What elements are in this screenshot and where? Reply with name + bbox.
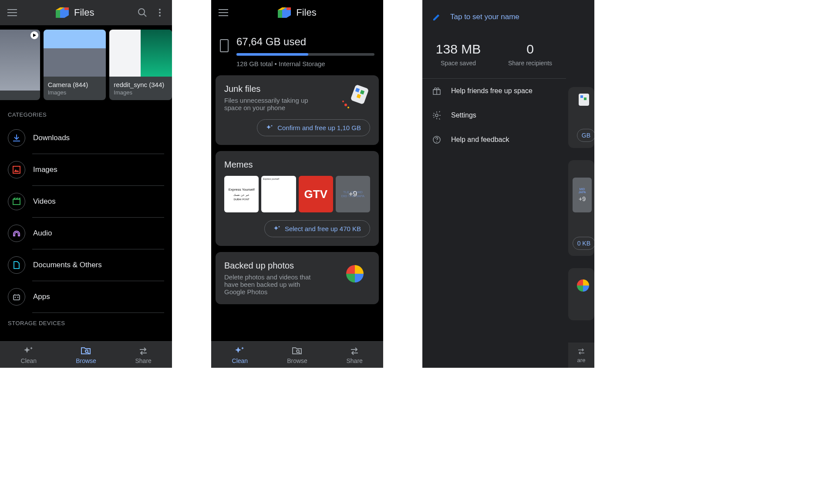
bottom-navigation: Clean Browse Share (0, 341, 172, 368)
hamburger-icon (7, 9, 17, 16)
svg-rect-21 (350, 84, 369, 105)
backed-up-photos-card[interactable]: Backed up photos Delete photos and video… (216, 252, 379, 304)
google-photos-icon (574, 277, 592, 294)
svg-marker-2 (56, 10, 60, 18)
bottom-navigation: Clean Browse Share (211, 341, 383, 368)
header-bar: Files (211, 0, 383, 25)
app-title: Files (74, 7, 94, 18)
image-icon (13, 166, 20, 174)
broom-icon (340, 84, 370, 110)
svg-marker-8 (33, 34, 36, 37)
gift-icon (432, 87, 441, 95)
pill-fragment: GB (577, 129, 594, 142)
category-apps[interactable]: Apps (8, 281, 164, 312)
svg-point-6 (159, 12, 161, 13)
swap-icon (349, 346, 360, 356)
stat-share-recipients[interactable]: 0 Share recipients (494, 42, 566, 68)
meme-thumb[interactable]: Express yourself (261, 176, 296, 212)
broom-icon (574, 91, 592, 109)
svg-rect-9 (13, 166, 20, 173)
section-label-categories: CATEGORIES (0, 104, 172, 122)
recent-card[interactable]: Camera (844)Images (44, 30, 106, 100)
audio-icon (13, 229, 20, 237)
set-name-label: Tap to set your name (450, 13, 519, 21)
drawer-set-name[interactable]: Tap to set your name (422, 0, 566, 34)
pencil-icon (432, 12, 442, 22)
recent-card-title: Camera (844) (48, 81, 102, 88)
apps-icon (13, 293, 20, 301)
svg-point-33 (435, 114, 438, 117)
search-button[interactable] (134, 4, 151, 21)
meme-thumbnails: Express Yourselfعبر عن نفسكDUBAI FONT Ex… (224, 176, 370, 212)
svg-rect-20 (220, 40, 228, 52)
sparkle-icon (273, 225, 280, 232)
screen-browse: Files Camera (844)Images reddit_sync (34… (0, 0, 172, 368)
drawer-help-friends[interactable]: Help friends free up space (422, 79, 566, 103)
category-documents[interactable]: Documents & Others (8, 249, 164, 281)
category-label: Audio (33, 229, 52, 238)
svg-point-14 (17, 297, 19, 298)
app-title: Files (296, 7, 316, 18)
folder-search-icon (81, 346, 92, 356)
search-icon (138, 8, 147, 17)
select-free-up-button[interactable]: Select and free up 470 KB (264, 220, 370, 237)
card-subtitle: Delete photos and videos that have been … (224, 273, 320, 296)
meme-thumb[interactable]: Express Yourselfعبر عن نفسكDUBAI FONT (224, 176, 259, 212)
recent-card[interactable] (0, 30, 40, 100)
svg-rect-30 (580, 95, 583, 98)
category-label: Images (33, 165, 57, 174)
meme-thumb-more[interactable]: TLE OF MIDDID THE JAPA +9 (336, 176, 370, 212)
category-label: Documents & Others (33, 261, 102, 269)
svg-marker-3 (64, 7, 69, 10)
recent-folders-row[interactable]: Camera (844)Images reddit_sync (344)Imag… (0, 25, 172, 104)
nav-clean[interactable]: Clean (211, 342, 269, 368)
download-icon (13, 134, 20, 142)
more-icon (159, 9, 161, 17)
svg-marker-19 (287, 7, 291, 10)
help-icon (432, 135, 441, 144)
storage-used-text: 67,64 GB used (236, 36, 374, 48)
nav-share[interactable]: Share (115, 342, 172, 368)
sparkle-icon (235, 346, 245, 356)
hamburger-menu-button[interactable] (3, 4, 21, 21)
more-menu-button[interactable] (151, 4, 169, 21)
header-bar: Files (0, 0, 172, 25)
category-label: Downloads (33, 134, 70, 142)
category-audio[interactable]: Audio (8, 218, 164, 249)
category-label: Videos (33, 197, 56, 206)
svg-point-28 (297, 350, 299, 353)
screen-clean: Files 67,64 GB used 128 GB total • Inter… (211, 0, 383, 368)
stat-space-saved[interactable]: 138 MB Space saved (422, 42, 494, 68)
nav-share[interactable]: Share (326, 342, 383, 368)
memes-card[interactable]: Memes Express Yourselfعبر عن نفسكDUBAI F… (216, 151, 379, 246)
card-title: Memes (224, 160, 370, 170)
play-icon (30, 31, 38, 39)
google-photos-icon (340, 261, 370, 287)
svg-marker-10 (14, 169, 19, 172)
nav-clean[interactable]: Clean (0, 342, 57, 368)
meme-thumb[interactable]: GTV (299, 176, 333, 212)
app-logo-title: Files (56, 7, 94, 18)
drawer-help-feedback[interactable]: Help and feedback (422, 128, 566, 152)
storage-bar (236, 53, 374, 56)
nav-browse[interactable]: Browse (57, 342, 115, 368)
category-videos[interactable]: Videos (8, 186, 164, 217)
swap-icon (577, 347, 586, 355)
category-label: Apps (33, 292, 50, 301)
video-icon (13, 198, 20, 205)
storage-summary[interactable]: 67,64 GB used 128 GB total • Internal St… (211, 25, 383, 75)
screen-drawer: GB MIDJAPA+9 0 KB are Tap to set your na… (422, 0, 594, 368)
sparkle-icon (266, 124, 273, 131)
junk-files-card[interactable]: Junk files Files unnecessarily taking up… (216, 75, 379, 145)
nav-browse[interactable]: Browse (269, 342, 326, 368)
recent-card[interactable]: reddit_sync (344)Images (109, 30, 172, 100)
files-logo-icon (56, 7, 69, 18)
svg-rect-12 (13, 295, 20, 300)
card-title: Junk files (224, 84, 320, 94)
confirm-free-up-button[interactable]: Confirm and free up 1,10 GB (257, 119, 370, 136)
category-downloads[interactable]: Downloads (8, 122, 164, 154)
drawer-settings[interactable]: Settings (422, 103, 566, 128)
document-icon (13, 261, 20, 269)
svg-point-25 (344, 104, 347, 106)
category-images[interactable]: Images (8, 154, 164, 185)
